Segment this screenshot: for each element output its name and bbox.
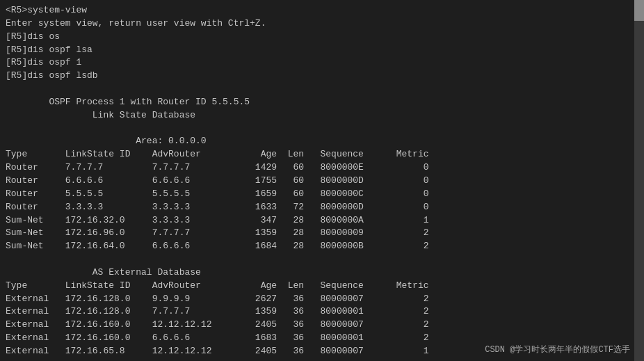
line-1: <R5>system-view xyxy=(6,5,87,15)
line-22: Type LinkState ID AdvRouter Age Len Sequ… xyxy=(6,280,429,291)
line-15: Router 5.5.5.5 5.5.5.5 1659 60 8000000C … xyxy=(6,188,429,199)
line-14: Router 6.6.6.6 6.6.6.6 1755 60 8000000D … xyxy=(6,175,429,186)
terminal-window: <R5>system-view Enter system view, retur… xyxy=(0,0,644,361)
line-13: Router 7.7.7.7 7.7.7.7 1429 60 8000000E … xyxy=(6,162,429,173)
line-19: Sum-Net 172.16.64.0 6.6.6.6 1684 28 8000… xyxy=(6,241,429,251)
line-2: Enter system view, return user view with… xyxy=(6,18,266,29)
line-24: External 172.16.128.0 7.7.7.7 1359 36 80… xyxy=(6,306,429,316)
line-27: External 172.16.65.8 12.12.12.12 2405 36… xyxy=(6,346,429,356)
watermark: CSDN @学习时长两年半的假假CTF选手 xyxy=(485,344,630,355)
line-23: External 172.16.128.0 9.9.9.9 2627 36 80… xyxy=(6,294,429,304)
scrollbar[interactable] xyxy=(634,0,644,361)
line-12: Type LinkState ID AdvRouter Age Len Sequ… xyxy=(6,149,429,159)
line-11: Area: 0.0.0.0 xyxy=(6,136,207,146)
terminal-content: <R5>system-view Enter system view, retur… xyxy=(6,4,638,361)
line-16: Router 3.3.3.3 3.3.3.3 1633 72 8000000D … xyxy=(6,202,429,212)
line-5: [R5]dis ospf 1 xyxy=(6,57,81,67)
line-21: AS External Database xyxy=(6,267,201,278)
line-25: External 172.16.160.0 12.12.12.12 2405 3… xyxy=(6,319,429,330)
line-6: [R5]dis ospf lsdb xyxy=(6,70,98,81)
line-17: Sum-Net 172.16.32.0 3.3.3.3 347 28 80000… xyxy=(6,215,429,225)
line-8: OSPF Process 1 with Router ID 5.5.5.5 xyxy=(6,97,250,107)
line-18: Sum-Net 172.16.96.0 7.7.7.7 1359 28 8000… xyxy=(6,227,429,238)
line-3: [R5]dis os xyxy=(6,31,60,42)
line-4: [R5]dis ospf lsa xyxy=(6,45,92,55)
line-9: Link State Database xyxy=(6,110,195,120)
line-26: External 172.16.160.0 6.6.6.6 1683 36 80… xyxy=(6,332,429,343)
scrollbar-thumb[interactable] xyxy=(634,0,644,21)
